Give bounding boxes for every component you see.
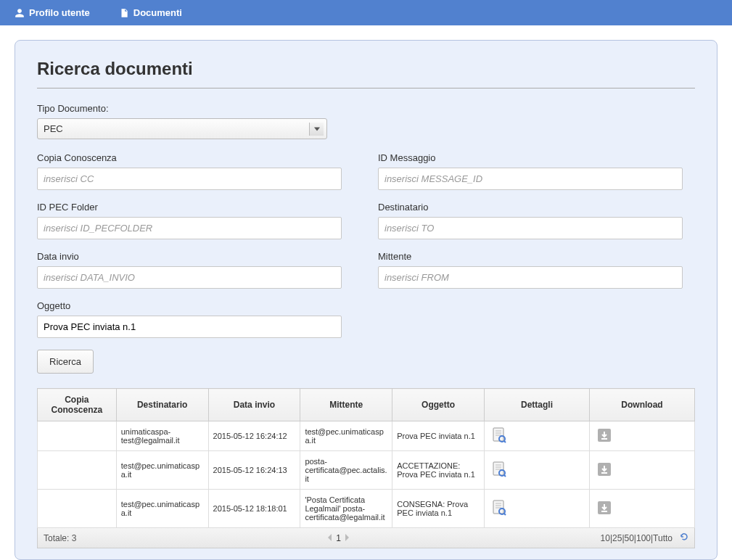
cell-ogg: Prova PEC inviata n.1 [392, 421, 485, 451]
svg-line-5 [504, 441, 506, 442]
chevron-down-icon [309, 123, 324, 136]
pager: 1 [76, 533, 600, 543]
cell-download [589, 490, 694, 528]
svg-rect-8 [493, 462, 503, 475]
cell-details [485, 490, 590, 528]
mitt-label: Mittente [378, 251, 683, 262]
search-button[interactable]: Ricerca [37, 350, 94, 374]
pagesize-options[interactable]: 10|25|50|100|Tutto [601, 533, 673, 543]
th-mitt[interactable]: Mittente [300, 389, 392, 421]
cc-label: Copia Conoscenza [37, 152, 342, 163]
nav-profile-label: Profilo utente [29, 7, 90, 18]
cell-download [589, 421, 694, 451]
th-dest[interactable]: Destinatario [116, 389, 208, 421]
pager-prev-icon[interactable] [327, 533, 333, 543]
refresh-icon[interactable] [680, 532, 688, 543]
cc-input[interactable] [37, 168, 342, 190]
user-icon [15, 8, 25, 18]
cell-dest: unimaticaspa-test@legalmail.it [116, 421, 208, 451]
tipo-select[interactable]: PEC [37, 118, 327, 139]
cell-details [485, 421, 590, 451]
cell-ogg: ACCETTAZIONE: Prova PEC inviata n.1 [392, 451, 485, 490]
th-cc[interactable]: Copia Conoscenza [38, 389, 117, 421]
cell-mitt: test@pec.unimaticaspa.it [300, 421, 392, 451]
nav-documents[interactable]: Documenti [119, 7, 182, 18]
details-icon[interactable] [492, 427, 506, 443]
cell-data: 2015-05-12 16:24:13 [208, 451, 300, 490]
cell-mitt: 'Posta Certificata Legalmail' posta-cert… [300, 490, 392, 528]
table-row: test@pec.unimaticaspa.it2015-05-12 16:24… [38, 451, 695, 490]
nav-profile[interactable]: Profilo utente [15, 7, 90, 18]
current-page: 1 [336, 533, 341, 543]
document-icon [119, 8, 129, 18]
svg-line-13 [504, 475, 506, 477]
details-icon[interactable] [492, 500, 506, 516]
table-row: unimaticaspa-test@legalmail.it2015-05-12… [38, 421, 695, 451]
main-panel: Ricerca documenti Tipo Documento: PEC Co… [15, 40, 717, 560]
svg-line-21 [504, 514, 506, 515]
download-icon[interactable] [597, 501, 612, 515]
pecfolder-input[interactable] [37, 217, 342, 239]
svg-rect-0 [493, 428, 503, 441]
th-ogg[interactable]: Oggetto [392, 389, 485, 421]
ogg-input[interactable] [37, 316, 342, 338]
th-data[interactable]: Data invio [208, 389, 300, 421]
cell-dest: test@pec.unimaticaspa.it [116, 490, 208, 528]
data-input[interactable] [37, 266, 342, 289]
table-footer: Totale: 3 1 10|25|50|100|Tutto [37, 528, 695, 548]
cell-cc [38, 490, 117, 528]
cell-mitt: posta-certificata@pec.actalis.it [300, 451, 392, 490]
tipo-value: PEC [44, 123, 63, 134]
cell-data: 2015-05-12 16:24:12 [208, 421, 300, 451]
total-count: Totale: 3 [44, 533, 76, 543]
details-icon[interactable] [492, 461, 506, 477]
divider [37, 88, 695, 88]
navbar: Profilo utente Documenti [0, 0, 732, 25]
msgid-label: ID Messaggio [378, 152, 683, 163]
cell-cc [38, 451, 117, 490]
cell-dest: test@pec.unimaticaspa.it [116, 451, 208, 490]
dest-label: Destinatario [378, 202, 683, 213]
cell-download [589, 451, 694, 490]
cell-cc [38, 421, 117, 451]
tipo-label: Tipo Documento: [37, 103, 342, 114]
pecfolder-label: ID PEC Folder [37, 202, 342, 213]
data-label: Data invio [37, 251, 342, 262]
table-row: test@pec.unimaticaspa.it2015-05-12 18:18… [38, 490, 695, 528]
cell-ogg: CONSEGNA: Prova PEC inviata n.1 [392, 490, 485, 528]
download-icon[interactable] [597, 428, 612, 442]
msgid-input[interactable] [378, 168, 683, 190]
th-det[interactable]: Dettagli [485, 389, 590, 421]
nav-documents-label: Documenti [133, 7, 182, 18]
svg-rect-16 [493, 501, 503, 514]
download-icon[interactable] [597, 462, 612, 477]
th-dl[interactable]: Download [589, 389, 694, 421]
cell-details [485, 451, 590, 490]
page-title: Ricerca documenti [37, 59, 695, 79]
mitt-input[interactable] [378, 266, 683, 289]
pager-next-icon[interactable] [344, 533, 350, 543]
dest-input[interactable] [378, 217, 683, 239]
cell-data: 2015-05-12 18:18:01 [208, 490, 300, 528]
results-table: Copia Conoscenza Destinatario Data invio… [37, 388, 695, 528]
ogg-label: Oggetto [37, 300, 342, 311]
